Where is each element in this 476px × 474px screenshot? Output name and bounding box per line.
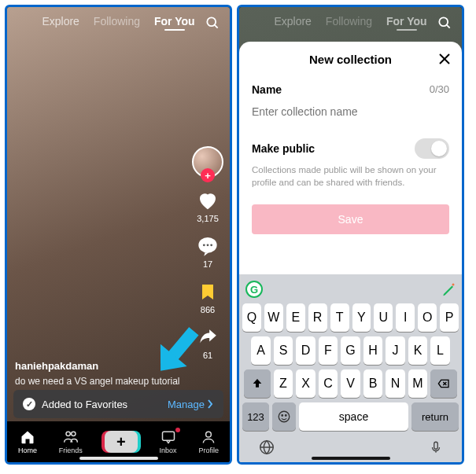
- home-indicator: [79, 457, 158, 460]
- tab-for-you[interactable]: For You: [386, 15, 427, 28]
- keyboard-toolbar-icon[interactable]: [441, 282, 456, 296]
- key-f[interactable]: F: [319, 336, 338, 365]
- tab-following[interactable]: Following: [94, 15, 140, 28]
- search-icon[interactable]: [205, 15, 220, 31]
- key-shift[interactable]: [244, 369, 271, 398]
- key-j[interactable]: J: [386, 336, 405, 365]
- key-123[interactable]: 123: [242, 402, 269, 431]
- grammarly-icon[interactable]: G: [245, 281, 263, 298]
- svg-point-9: [206, 432, 212, 437]
- sheet-title: New collection: [309, 53, 392, 66]
- svg-point-4: [207, 244, 209, 246]
- key-g[interactable]: G: [341, 336, 360, 365]
- key-p[interactable]: P: [440, 303, 459, 332]
- search-icon[interactable]: [437, 15, 452, 31]
- key-x[interactable]: X: [296, 369, 315, 398]
- key-w[interactable]: W: [264, 303, 283, 332]
- helper-text: Collections made public will be shown on…: [252, 164, 449, 189]
- home-indicator: [312, 457, 390, 460]
- svg-line-11: [447, 25, 450, 28]
- key-z[interactable]: Z: [274, 369, 293, 398]
- tab-explore[interactable]: Explore: [274, 15, 311, 28]
- key-o[interactable]: O: [418, 303, 437, 332]
- tab-explore[interactable]: Explore: [42, 15, 79, 28]
- feed-top-tabs: Explore Following For You: [239, 15, 462, 28]
- key-m[interactable]: M: [408, 369, 428, 398]
- new-collection-sheet: New collection Name 0/30 Make public Col…: [239, 42, 462, 462]
- key-return[interactable]: return: [411, 402, 459, 431]
- nav-home[interactable]: Home: [18, 429, 37, 454]
- key-i[interactable]: I: [396, 303, 415, 332]
- nav-friends[interactable]: Friends: [59, 429, 83, 454]
- new-collection-screen: Explore Following For You New collection…: [237, 5, 464, 465]
- tab-following[interactable]: Following: [326, 15, 372, 28]
- video-caption: haniehpakdaman do we need a VS angel mak…: [15, 360, 179, 387]
- key-r[interactable]: R: [308, 303, 327, 332]
- favorite-button[interactable]: 866: [196, 280, 220, 314]
- favorites-toast: ✓ Added to Favorites Manage: [13, 390, 223, 418]
- key-y[interactable]: Y: [352, 303, 371, 332]
- caption-text: do we need a VS angel makeup tutorial: [15, 376, 179, 387]
- svg-point-6: [66, 432, 70, 435]
- key-emoji[interactable]: [272, 402, 296, 431]
- mic-icon[interactable]: [429, 439, 443, 456]
- key-u[interactable]: U: [374, 303, 393, 332]
- make-public-label: Make public: [252, 142, 315, 155]
- svg-point-18: [282, 415, 283, 417]
- name-label: Name: [252, 83, 282, 96]
- svg-point-5: [210, 244, 212, 246]
- like-count: 3,175: [197, 214, 219, 223]
- nav-inbox[interactable]: Inbox: [160, 429, 177, 454]
- key-q[interactable]: Q: [242, 303, 261, 332]
- like-button[interactable]: 3,175: [196, 189, 220, 223]
- make-public-toggle[interactable]: [415, 138, 449, 159]
- key-h[interactable]: H: [363, 336, 383, 365]
- svg-point-7: [71, 432, 75, 435]
- toast-message: Added to Favorites: [42, 399, 127, 410]
- tab-for-you[interactable]: For You: [154, 15, 195, 28]
- feed-top-tabs: Explore Following For You: [7, 15, 230, 28]
- caption-username[interactable]: haniehpakdaman: [15, 360, 179, 372]
- collection-name-input[interactable]: [252, 104, 449, 129]
- svg-line-1: [215, 25, 218, 28]
- creator-avatar[interactable]: +: [192, 146, 223, 178]
- save-button[interactable]: Save: [252, 204, 449, 234]
- nav-create[interactable]: +: [105, 431, 138, 453]
- check-icon: ✓: [23, 398, 35, 410]
- svg-rect-21: [434, 442, 438, 449]
- svg-point-19: [286, 415, 287, 417]
- svg-point-0: [207, 17, 216, 26]
- key-v[interactable]: V: [341, 369, 360, 398]
- char-counter: 0/30: [430, 83, 449, 96]
- svg-point-3: [203, 244, 205, 246]
- feed-screen: Explore Following For You + 3,175 17: [5, 5, 232, 465]
- comment-button[interactable]: 17: [196, 234, 220, 269]
- svg-point-14: [452, 284, 455, 286]
- nav-profile[interactable]: Profile: [199, 429, 220, 454]
- key-t[interactable]: T: [330, 303, 349, 332]
- side-action-rail: + 3,175 17 866 61: [192, 146, 223, 360]
- close-icon[interactable]: [438, 53, 451, 65]
- key-d[interactable]: D: [296, 336, 315, 365]
- svg-point-17: [279, 411, 290, 422]
- key-backspace[interactable]: [430, 369, 457, 398]
- key-c[interactable]: C: [319, 369, 338, 398]
- favorite-count: 866: [201, 305, 215, 314]
- follow-plus-icon[interactable]: +: [201, 168, 215, 182]
- key-e[interactable]: E: [286, 303, 305, 332]
- key-n[interactable]: N: [386, 369, 405, 398]
- comment-count: 17: [203, 259, 212, 269]
- key-space[interactable]: space: [299, 402, 408, 431]
- key-l[interactable]: L: [430, 336, 450, 365]
- globe-icon[interactable]: [258, 439, 275, 456]
- key-k[interactable]: K: [408, 336, 428, 365]
- inbox-notification-dot: [175, 428, 180, 432]
- svg-point-10: [439, 17, 448, 26]
- keyboard: G QWERTYUIOP ASDFGHJKL ZXCVBNM 123 space…: [239, 274, 462, 462]
- key-s[interactable]: S: [274, 336, 293, 365]
- plus-icon[interactable]: +: [105, 431, 138, 453]
- manage-button[interactable]: Manage: [168, 399, 214, 410]
- svg-rect-8: [162, 432, 174, 440]
- key-b[interactable]: B: [363, 369, 383, 398]
- key-a[interactable]: A: [251, 336, 271, 365]
